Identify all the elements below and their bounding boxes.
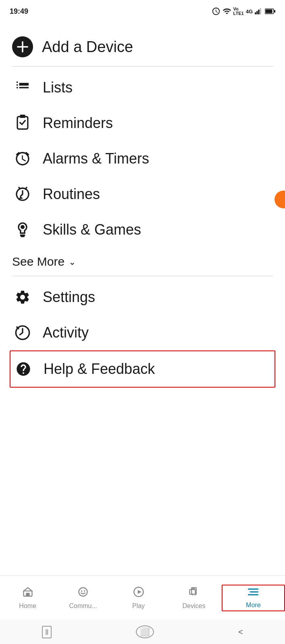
- svg-point-15: [81, 590, 83, 592]
- help-label: Help & Feedback: [44, 361, 155, 378]
- svg-rect-13: [26, 593, 29, 596]
- notification-dot: [275, 191, 285, 208]
- see-more-row[interactable]: See More ⌄: [12, 248, 273, 276]
- menu-item-activity[interactable]: Activity: [12, 315, 273, 350]
- menu-item-routines[interactable]: Routines: [12, 176, 273, 212]
- menu-item-reminders[interactable]: Reminders: [12, 105, 273, 141]
- status-bar: 19:49 VoLTE1 4G: [0, 0, 285, 21]
- devices-nav-label: Devices: [182, 602, 205, 610]
- main-content: Add a Device Lists Reminders: [0, 21, 285, 388]
- svg-point-16: [84, 590, 85, 592]
- play-nav-label: Play: [132, 602, 145, 610]
- system-bar: ⦀ ⬜ <: [0, 620, 285, 644]
- back-button[interactable]: <: [238, 627, 243, 637]
- bottom-nav: Home Commu... Play: [0, 575, 285, 620]
- more-icon: [248, 587, 259, 600]
- svg-rect-1: [256, 11, 258, 14]
- community-nav-label: Commu...: [69, 602, 97, 610]
- nav-play[interactable]: Play: [111, 586, 166, 610]
- recents-button[interactable]: ⦀: [42, 626, 52, 638]
- signal-icon: [255, 8, 263, 15]
- chevron-down-icon: ⌄: [69, 257, 76, 267]
- network-4g: 4G: [246, 8, 253, 15]
- lists-icon: [12, 77, 33, 98]
- svg-rect-3: [260, 8, 261, 15]
- play-icon: [133, 586, 144, 600]
- svg-rect-8: [20, 115, 25, 118]
- alarms-icon: [12, 148, 33, 169]
- status-time: 19:49: [10, 7, 28, 16]
- alarms-label: Alarms & Timers: [43, 150, 149, 167]
- status-icons: VoLTE1 4G: [212, 7, 275, 16]
- add-device-row[interactable]: Add a Device: [12, 29, 273, 66]
- menu-item-settings[interactable]: Settings: [12, 279, 273, 315]
- skills-label: Skills & Games: [43, 221, 141, 238]
- svg-rect-0: [255, 13, 256, 15]
- menu-item-lists[interactable]: Lists: [12, 70, 273, 105]
- home-button[interactable]: ⬜: [136, 625, 154, 638]
- routines-icon: [12, 184, 33, 205]
- divider-bottom: [12, 276, 273, 276]
- settings-icon: [12, 287, 33, 308]
- settings-label: Settings: [43, 289, 95, 306]
- home-nav-label: Home: [19, 602, 36, 610]
- divider-top: [12, 66, 273, 67]
- skills-icon: [12, 219, 33, 240]
- devices-icon: [188, 586, 200, 600]
- volte-indicator: VoLTE1: [233, 7, 244, 16]
- routines-label: Routines: [43, 186, 100, 203]
- plus-icon: [14, 38, 31, 55]
- menu-item-help[interactable]: Help & Feedback: [10, 350, 275, 388]
- see-more-label: See More: [12, 255, 64, 269]
- activity-icon: [12, 322, 33, 343]
- nav-community[interactable]: Commu...: [55, 586, 110, 610]
- menu-item-skills[interactable]: Skills & Games: [12, 212, 273, 248]
- nav-more[interactable]: More: [222, 585, 285, 611]
- alarm-icon: [212, 7, 221, 16]
- reminders-icon: [12, 113, 33, 134]
- lists-label: Lists: [43, 79, 73, 96]
- wifi-icon: [223, 7, 231, 16]
- menu-item-alarms[interactable]: Alarms & Timers: [12, 141, 273, 176]
- help-icon: [13, 359, 34, 380]
- svg-point-14: [79, 587, 87, 596]
- reminders-label: Reminders: [43, 115, 113, 132]
- battery-icon: [265, 8, 275, 14]
- svg-marker-18: [137, 590, 141, 594]
- nav-home[interactable]: Home: [0, 586, 55, 610]
- svg-rect-2: [258, 10, 259, 15]
- nav-devices[interactable]: Devices: [166, 586, 221, 610]
- svg-rect-5: [266, 10, 273, 13]
- add-device-label: Add a Device: [42, 38, 133, 56]
- activity-label: Activity: [43, 324, 89, 341]
- more-nav-label: More: [246, 602, 260, 609]
- add-device-icon: [12, 36, 33, 57]
- svg-rect-6: [274, 10, 275, 13]
- community-icon: [77, 586, 89, 600]
- svg-point-10: [21, 226, 24, 229]
- home-icon: [22, 586, 33, 600]
